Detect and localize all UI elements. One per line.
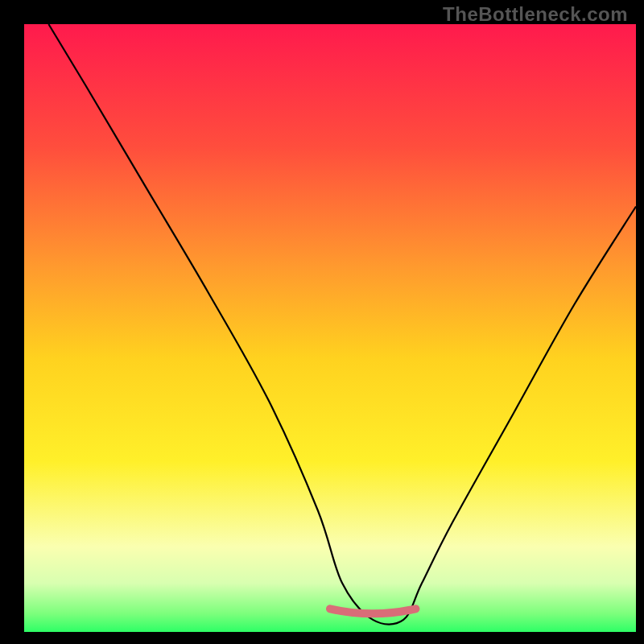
- gradient-background: [24, 24, 636, 632]
- bottleneck-chart: [0, 0, 644, 644]
- watermark-text: TheBottleneck.com: [443, 3, 628, 26]
- chart-frame: { "watermark": "TheBottleneck.com", "cha…: [0, 0, 644, 644]
